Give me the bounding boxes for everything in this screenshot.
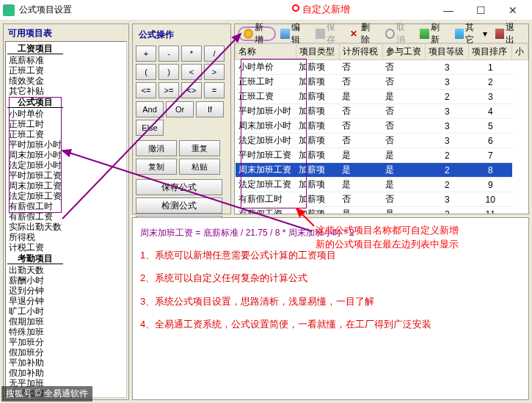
column-header[interactable]: 计所得税 xyxy=(339,44,382,60)
column-header[interactable]: 项目类型 xyxy=(296,44,339,60)
minimize-button[interactable]: — xyxy=(432,0,464,21)
edit-button-small[interactable]: 复制 xyxy=(136,159,177,175)
list-item[interactable]: 实际出勤天数 xyxy=(7,222,125,232)
edit-button-small[interactable]: 撤消 xyxy=(136,140,177,156)
other-icon xyxy=(455,29,464,39)
table-cell: 8 xyxy=(469,163,512,178)
data-grid[interactable]: 名称项目类型计所得税参与工资项目等级项目排序小小时单价加薪项否否31正班工时加薪… xyxy=(235,43,528,214)
operator-button[interactable]: ( xyxy=(136,64,156,80)
operator-button[interactable]: + xyxy=(136,46,156,62)
operator-button[interactable]: = xyxy=(204,82,225,98)
list-item[interactable]: 假加补助 xyxy=(7,368,125,378)
list-item[interactable]: 旷工小时 xyxy=(7,306,125,316)
left-panel-header: 可用项目表 xyxy=(5,26,127,41)
table-cell: 9 xyxy=(469,178,512,192)
table-row[interactable]: 法定加班小时加薪项否否36 xyxy=(236,134,528,148)
list-item[interactable]: 早退分钟 xyxy=(7,296,125,306)
table-row[interactable]: 平时加班小时加薪项否否34 xyxy=(236,104,528,119)
maximize-button[interactable]: ☐ xyxy=(464,0,497,21)
operator-button[interactable]: * xyxy=(181,46,202,62)
list-item[interactable]: 底薪标准 xyxy=(7,55,125,65)
list-item[interactable]: 正班工资 xyxy=(7,65,125,76)
list-item[interactable]: 薪酬小时 xyxy=(7,275,125,286)
operator-button[interactable]: > xyxy=(204,64,225,80)
list-item[interactable]: 平加班分 xyxy=(7,337,125,347)
logic-button[interactable]: Else xyxy=(136,120,164,136)
list-item[interactable]: 周末加班工资 xyxy=(7,181,125,191)
table-cell: 是 xyxy=(339,178,382,192)
cancel-button[interactable]: 取消 xyxy=(382,26,415,41)
list-item[interactable]: 小时单价 xyxy=(7,109,125,119)
table-cell: 否 xyxy=(339,104,382,119)
list-item[interactable]: 假期加班 xyxy=(7,316,125,327)
operator-button[interactable]: < xyxy=(181,64,202,80)
table-cell: 法定加班工资 xyxy=(236,178,296,192)
column-header[interactable]: 项目等级 xyxy=(426,44,469,60)
list-item[interactable]: 平时加班工资 xyxy=(7,170,125,181)
list-item[interactable]: 正班工时 xyxy=(7,119,125,129)
table-row[interactable]: 周末加班工资加薪项是是28 xyxy=(236,163,528,178)
list-item[interactable]: 有薪假工时 xyxy=(7,201,125,211)
list-item[interactable]: 法定加班工资 xyxy=(7,191,125,201)
edit-button-small[interactable]: 粘贴 xyxy=(179,159,220,175)
new-button[interactable]: 新增 xyxy=(238,26,276,41)
refresh-button[interactable]: 刷新 xyxy=(416,26,450,41)
list-item[interactable]: 平时加班小时 xyxy=(7,139,125,150)
table-row[interactable]: 法定加班工资加薪项是是29 xyxy=(236,178,528,192)
list-item[interactable]: 其它补贴 xyxy=(7,86,125,96)
list-item[interactable]: 计税工资 xyxy=(7,242,125,253)
column-header[interactable]: 项目排序 xyxy=(469,44,512,60)
note-1: 1、系统可以新增任意需要公式计算的工资项目 xyxy=(140,245,521,265)
formula-action-button[interactable]: 检测公式 xyxy=(136,197,222,214)
table-row[interactable]: 周末加班小时加薪项否否35 xyxy=(236,119,528,134)
edit-button[interactable]: 编辑 xyxy=(277,26,310,41)
list-item[interactable]: 正班工资 xyxy=(7,129,125,139)
table-cell: 2 xyxy=(469,75,512,90)
operator-button[interactable]: >= xyxy=(158,82,179,98)
table-cell: 3 xyxy=(426,192,469,207)
table-cell: 3 xyxy=(426,60,469,75)
exit-button[interactable]: 退出 xyxy=(492,26,525,41)
table-cell: 否 xyxy=(339,192,382,207)
logic-button[interactable]: And xyxy=(136,101,164,117)
table-cell: 加薪项 xyxy=(296,90,339,104)
table-row[interactable]: 有薪假工时加薪项否否310 xyxy=(236,192,528,207)
table-cell: 2 xyxy=(426,148,469,163)
operator-button[interactable]: / xyxy=(204,46,225,62)
right-panel: 公式操作 +-*/()<><=>=<>= AndOrIfElse 撤消重复复制粘… xyxy=(132,23,529,400)
logic-button[interactable]: If xyxy=(196,101,224,117)
list-item[interactable]: 绩效奖金 xyxy=(7,76,125,86)
list-item[interactable]: 有薪假工资 xyxy=(7,211,125,222)
logic-button[interactable]: Or xyxy=(166,101,194,117)
list-item[interactable]: 特殊加班 xyxy=(7,327,125,337)
save-button[interactable]: 保存 xyxy=(312,26,346,41)
list-item[interactable]: 假加班分 xyxy=(7,347,125,357)
table-row[interactable]: 正班工时加薪项否否32 xyxy=(236,75,528,90)
list-item[interactable]: 迟到分钟 xyxy=(7,286,125,296)
table-row[interactable]: 正班工资加薪项是是23 xyxy=(236,90,528,104)
operator-button[interactable]: <> xyxy=(181,82,202,98)
column-header[interactable]: 小 xyxy=(512,44,528,60)
formula-action-button[interactable]: 保存公式 xyxy=(136,179,222,195)
list-item[interactable]: 周末加班小时 xyxy=(7,150,125,160)
operator-button[interactable]: ) xyxy=(158,64,179,80)
table-cell: 加薪项 xyxy=(296,207,339,214)
table-cell: 否 xyxy=(339,60,382,75)
list-item[interactable]: 出勤天数 xyxy=(7,265,125,275)
operator-button[interactable]: - xyxy=(158,46,179,62)
table-row[interactable]: 平时加班工资加薪项是是27 xyxy=(236,148,528,163)
list-item[interactable]: 所得税 xyxy=(7,232,125,242)
delete-button[interactable]: ✕删除 xyxy=(346,26,380,41)
item-list[interactable]: 工资项目底薪标准正班工资绩效奖金其它补贴公式项目小时单价正班工时正班工资平时加班… xyxy=(5,41,127,398)
close-button[interactable]: ✕ xyxy=(497,0,529,21)
list-item[interactable]: 法定加班小时 xyxy=(7,160,125,170)
column-header[interactable]: 参与工资 xyxy=(382,44,426,60)
operator-button[interactable]: <= xyxy=(136,82,156,98)
table-row[interactable]: 有薪假工资加薪项是是211 xyxy=(236,207,528,214)
list-item[interactable]: 平加补助 xyxy=(7,357,125,368)
column-header[interactable]: 名称 xyxy=(236,44,296,60)
edit-button-small[interactable]: 重复 xyxy=(179,140,220,156)
table-cell: 3 xyxy=(469,90,512,104)
other-button[interactable]: 其它▾ xyxy=(451,26,491,41)
table-row[interactable]: 小时单价加薪项否否31 xyxy=(236,60,528,75)
